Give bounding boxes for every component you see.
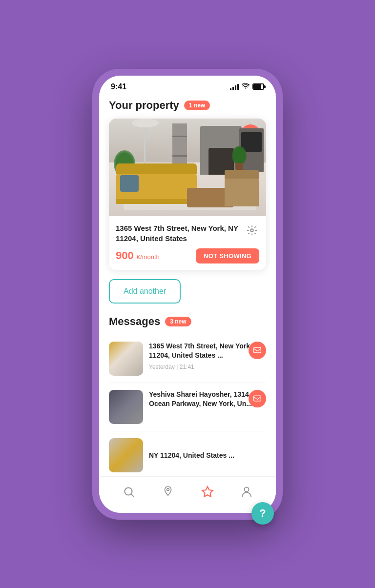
messages-section: Messages 3 new 1365 West 7th Street, New… bbox=[109, 315, 266, 476]
property-card: 1365 West 7th Street, New York, NY 11204… bbox=[109, 119, 266, 270]
battery-icon bbox=[252, 83, 264, 90]
price-unit: €/month bbox=[137, 253, 160, 261]
message-mail-badge-1[interactable] bbox=[249, 342, 266, 359]
svg-rect-2 bbox=[254, 347, 261, 353]
profile-icon bbox=[241, 486, 252, 501]
property-section-title: Your property bbox=[109, 99, 179, 112]
nav-favorites[interactable] bbox=[195, 484, 220, 503]
property-price: 900 €/month bbox=[116, 249, 160, 262]
status-bar: 9:41 bbox=[99, 76, 276, 95]
phone-outer: 9:41 bbox=[92, 69, 283, 520]
message-item[interactable]: Yeshiva Sharei Hayosher, 1314, Ocean Par… bbox=[109, 383, 266, 431]
message-thumbnail-1 bbox=[109, 342, 143, 376]
message-thumbnail-3 bbox=[109, 438, 143, 472]
message-address-3: NY 11204, United States ... bbox=[149, 451, 234, 459]
message-item-partial[interactable]: NY 11204, United States ... bbox=[109, 431, 266, 476]
nav-location[interactable] bbox=[156, 484, 180, 503]
message-list: 1365 West 7th Street, New York, NY 11204… bbox=[109, 335, 266, 476]
property-badge: 1 new bbox=[184, 101, 210, 110]
status-time: 9:41 bbox=[111, 82, 126, 91]
phone-inner: 9:41 bbox=[99, 76, 276, 513]
svg-point-6 bbox=[245, 487, 249, 491]
mail-icon bbox=[253, 395, 261, 402]
bottom-nav bbox=[99, 476, 276, 513]
messages-badge: 3 new bbox=[165, 317, 191, 326]
svg-point-1 bbox=[250, 229, 253, 232]
room-scene bbox=[109, 119, 266, 216]
svg-point-5 bbox=[167, 488, 169, 491]
mail-icon bbox=[253, 347, 261, 353]
property-info: 1365 West 7th Street, New York, NY 11204… bbox=[109, 216, 266, 270]
property-image bbox=[109, 119, 266, 216]
svg-rect-3 bbox=[254, 396, 261, 401]
location-icon bbox=[162, 486, 174, 501]
help-button[interactable]: ? bbox=[251, 502, 274, 525]
messages-section-header: Messages 3 new bbox=[109, 315, 266, 328]
messages-section-title: Messages bbox=[109, 315, 160, 328]
message-thumbnail-2 bbox=[109, 390, 143, 424]
message-mail-badge-2[interactable] bbox=[249, 390, 266, 407]
message-body-1: 1365 West 7th Street, New York, NY 11204… bbox=[149, 342, 266, 370]
message-time-1: Yesterday | 21:41 bbox=[149, 364, 266, 370]
message-item[interactable]: 1365 West 7th Street, New York, NY 11204… bbox=[109, 335, 266, 383]
main-content: Your property 1 new bbox=[99, 95, 276, 476]
settings-button[interactable] bbox=[245, 223, 259, 238]
signal-bars-icon bbox=[230, 83, 239, 90]
wifi-icon bbox=[242, 83, 250, 91]
status-icons bbox=[230, 83, 264, 91]
star-icon bbox=[201, 486, 214, 501]
property-address: 1365 West 7th Street, New York, NY 11204… bbox=[116, 223, 245, 243]
property-address-row: 1365 West 7th Street, New York, NY 11204… bbox=[116, 223, 259, 243]
nav-search[interactable] bbox=[117, 484, 141, 503]
nav-profile[interactable] bbox=[235, 484, 258, 503]
add-another-button[interactable]: Add another bbox=[109, 279, 181, 304]
property-price-row: 900 €/month NOT SHOWING bbox=[116, 248, 259, 264]
not-showing-button[interactable]: NOT SHOWING bbox=[196, 248, 259, 264]
property-section-header: Your property 1 new bbox=[109, 99, 266, 112]
search-icon bbox=[123, 486, 135, 501]
gear-icon bbox=[247, 225, 257, 236]
